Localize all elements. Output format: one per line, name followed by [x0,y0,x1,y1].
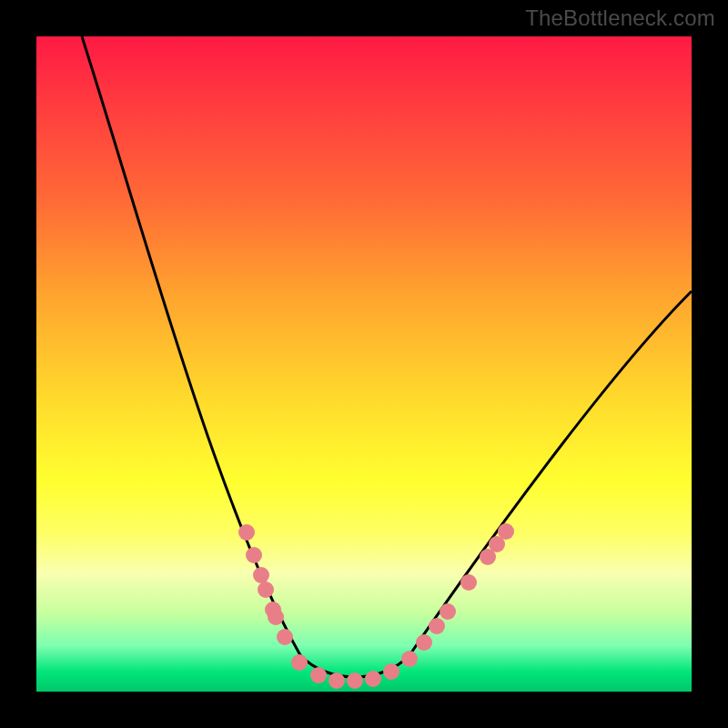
data-marker [440,603,456,620]
marker-group [238,523,514,689]
data-marker [253,567,269,583]
data-marker [268,609,284,625]
data-marker [401,651,418,667]
chart-frame: TheBottleneck.com [0,0,728,728]
data-marker [365,671,381,687]
data-marker [258,581,274,598]
data-marker [347,672,363,689]
data-marker [498,523,514,540]
data-marker [329,672,345,689]
data-marker [383,663,399,680]
data-marker [429,618,445,634]
data-marker [277,629,293,645]
data-marker [246,547,262,563]
data-marker [238,524,255,541]
data-marker [291,654,308,671]
data-marker [460,574,477,591]
chart-svg [36,36,692,692]
plot-area [36,36,692,692]
data-marker [416,634,432,651]
watermark-text: TheBottleneck.com [525,5,715,31]
data-marker [310,667,327,683]
bottleneck-curve [82,36,692,677]
